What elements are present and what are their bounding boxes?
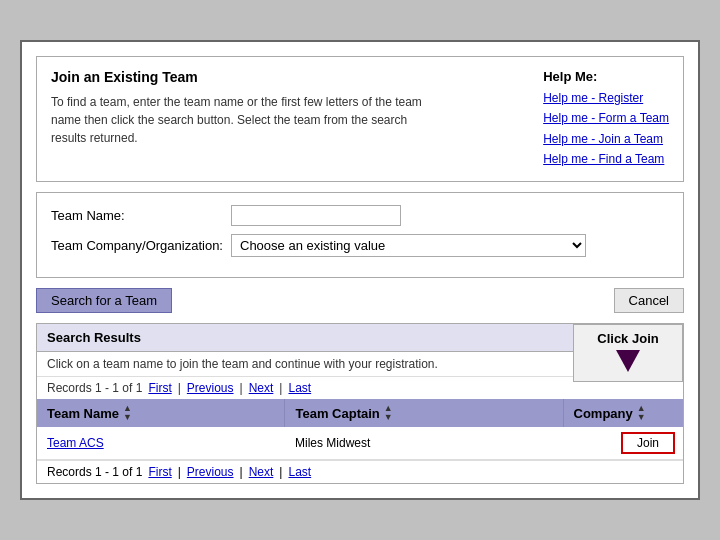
help-title: Help Me: [543,69,669,84]
col-team-captain: Team Captain ▲▼ [285,399,563,427]
team-name-input[interactable] [231,205,401,226]
results-section: Search Results Click Join Click on a tea… [36,323,684,484]
outer-container: Join an Existing Team To find a team, en… [20,40,700,501]
buttons-row: Search for a Team Cancel [36,288,684,313]
records-bottom-next[interactable]: Next [249,465,274,479]
records-bottom-last[interactable]: Last [288,465,311,479]
team-name-label: Team Name: [51,208,231,223]
table-row: Team ACS Miles Midwest Join [37,427,683,460]
records-bottom-row: Records 1 - 1 of 1 First | Previous | Ne… [37,460,683,483]
arrow-down-icon [616,350,640,372]
row-join-cell: Join [563,427,683,460]
team-company-select[interactable]: Choose an existing value [231,234,586,257]
col-company: Company ▲▼ [563,399,683,427]
pipe-6: | [279,465,282,479]
join-button[interactable]: Join [621,432,675,454]
sort-icon-captain[interactable]: ▲▼ [384,404,393,422]
cancel-button[interactable]: Cancel [614,288,684,313]
pipe-3: | [279,381,282,395]
row-captain: Miles Midwest [285,427,563,460]
sort-icon-company[interactable]: ▲▼ [637,404,646,422]
help-form-team-link[interactable]: Help me - Form a Team [543,108,669,128]
row-team-name[interactable]: Team ACS [37,427,285,460]
team-company-row: Team Company/Organization: Choose an exi… [51,234,669,257]
records-top-previous[interactable]: Previous [187,381,234,395]
team-company-label: Team Company/Organization: [51,238,231,253]
pipe-4: | [178,465,181,479]
click-join-callout: Click Join [573,324,683,382]
records-bottom-summary: Records 1 - 1 of 1 [47,465,142,479]
info-section: Join an Existing Team To find a team, en… [36,56,684,183]
info-left: Join an Existing Team To find a team, en… [51,69,431,170]
records-top-last[interactable]: Last [288,381,311,395]
click-join-label: Click Join [597,331,658,346]
sort-icon-team[interactable]: ▲▼ [123,404,132,422]
form-section: Team Name: Team Company/Organization: Ch… [36,192,684,278]
help-join-team-link[interactable]: Help me - Join a Team [543,129,669,149]
help-section: Help Me: Help me - Register Help me - Fo… [543,69,669,170]
records-top-summary: Records 1 - 1 of 1 [47,381,142,395]
col-team-name: Team Name ▲▼ [37,399,285,427]
records-bottom-first[interactable]: First [148,465,171,479]
records-bottom-previous[interactable]: Previous [187,465,234,479]
page-description: To find a team, enter the team name or t… [51,93,431,147]
search-button[interactable]: Search for a Team [36,288,172,313]
page-title: Join an Existing Team [51,69,431,85]
records-top-first[interactable]: First [148,381,171,395]
records-top-next[interactable]: Next [249,381,274,395]
pipe-2: | [240,381,243,395]
help-find-team-link[interactable]: Help me - Find a Team [543,149,669,169]
results-table: Team Name ▲▼ Team Captain ▲▼ [37,399,683,460]
help-register-link[interactable]: Help me - Register [543,88,669,108]
pipe-5: | [240,465,243,479]
team-name-row: Team Name: [51,205,669,226]
pipe-1: | [178,381,181,395]
